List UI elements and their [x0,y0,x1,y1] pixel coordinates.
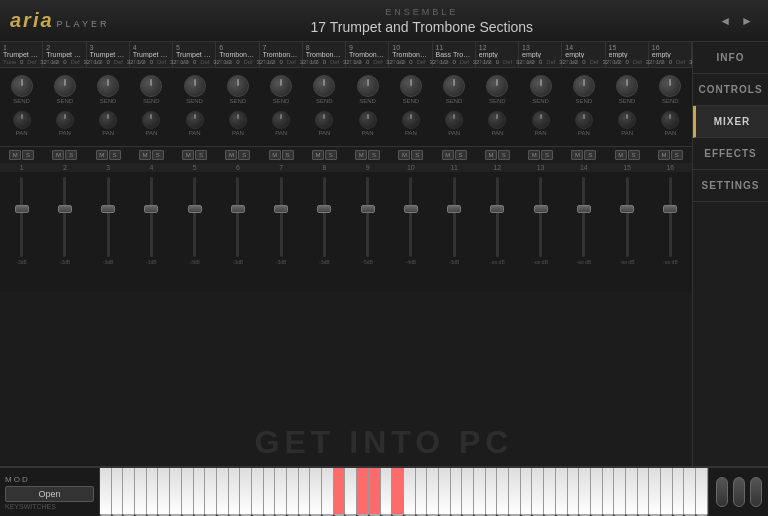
white-key-27[interactable] [416,468,428,516]
fader-track-14[interactable] [582,177,585,257]
solo-btn-15[interactable]: S [628,150,640,160]
send-knob-1[interactable] [11,75,33,97]
fader-handle-11[interactable] [447,205,461,213]
fader-handle-1[interactable] [15,205,29,213]
fader-track-16[interactable] [669,177,672,257]
white-key-30[interactable] [451,468,463,516]
fader-track-13[interactable] [539,177,542,257]
white-key-51[interactable] [696,468,708,516]
fader-track-11[interactable] [453,177,456,257]
fader-handle-15[interactable] [620,205,634,213]
piano-keys[interactable] [100,468,708,516]
white-key-38[interactable] [544,468,556,516]
fader-track-9[interactable] [366,177,369,257]
white-key-4[interactable] [147,468,159,516]
white-key-45[interactable] [626,468,638,516]
send-knob-5[interactable] [184,75,206,97]
fader-track-15[interactable] [626,177,629,257]
send-knob-8[interactable] [313,75,335,97]
pan-knob-8[interactable] [315,111,333,129]
pan-knob-6[interactable] [229,111,247,129]
fader-handle-7[interactable] [274,205,288,213]
mute-btn-10[interactable]: M [398,150,410,160]
solo-btn-16[interactable]: S [671,150,683,160]
pan-knob-10[interactable] [402,111,420,129]
white-key-40[interactable] [568,468,580,516]
white-key-6[interactable] [170,468,182,516]
white-key-21[interactable] [345,468,357,516]
white-key-39[interactable] [556,468,568,516]
pan-knob-13[interactable] [532,111,550,129]
fader-track-10[interactable] [409,177,412,257]
mute-btn-16[interactable]: M [658,150,670,160]
pan-knob-14[interactable] [575,111,593,129]
white-key-5[interactable] [158,468,170,516]
solo-btn-4[interactable]: S [152,150,164,160]
fader-handle-3[interactable] [101,205,115,213]
pan-knob-4[interactable] [142,111,160,129]
white-key-15[interactable] [275,468,287,516]
solo-btn-1[interactable]: S [22,150,34,160]
white-key-0[interactable] [100,468,112,516]
fader-handle-2[interactable] [58,205,72,213]
solo-btn-2[interactable]: S [65,150,77,160]
mute-btn-1[interactable]: M [9,150,21,160]
fader-handle-5[interactable] [188,205,202,213]
white-key-32[interactable] [474,468,486,516]
white-key-41[interactable] [579,468,591,516]
pan-knob-1[interactable] [13,111,31,129]
pan-knob-16[interactable] [661,111,679,129]
send-knob-12[interactable] [486,75,508,97]
white-key-26[interactable] [404,468,416,516]
white-key-2[interactable] [123,468,135,516]
fader-handle-10[interactable] [404,205,418,213]
pan-knob-2[interactable] [56,111,74,129]
send-knob-6[interactable] [227,75,249,97]
send-knob-9[interactable] [357,75,379,97]
white-key-9[interactable] [205,468,217,516]
fader-handle-13[interactable] [534,205,548,213]
fader-handle-4[interactable] [144,205,158,213]
fader-handle-8[interactable] [317,205,331,213]
fader-handle-9[interactable] [361,205,375,213]
pan-knob-11[interactable] [445,111,463,129]
white-key-1[interactable] [112,468,124,516]
white-key-47[interactable] [649,468,661,516]
send-knob-3[interactable] [97,75,119,97]
mute-btn-11[interactable]: M [442,150,454,160]
solo-btn-11[interactable]: S [455,150,467,160]
next-arrow[interactable]: ► [736,12,758,30]
fader-track-6[interactable] [236,177,239,257]
white-key-3[interactable] [135,468,147,516]
pan-knob-7[interactable] [272,111,290,129]
solo-btn-13[interactable]: S [541,150,553,160]
fader-handle-6[interactable] [231,205,245,213]
white-key-36[interactable] [521,468,533,516]
white-key-14[interactable] [264,468,276,516]
solo-btn-6[interactable]: S [238,150,250,160]
mute-btn-13[interactable]: M [528,150,540,160]
white-key-48[interactable] [661,468,673,516]
solo-btn-8[interactable]: S [325,150,337,160]
white-key-22[interactable] [357,468,369,516]
solo-btn-3[interactable]: S [109,150,121,160]
send-knob-14[interactable] [573,75,595,97]
solo-btn-7[interactable]: S [282,150,294,160]
white-key-31[interactable] [462,468,474,516]
sidebar-btn-controls[interactable]: CONTROLS [693,74,768,106]
pan-knob-5[interactable] [186,111,204,129]
white-key-43[interactable] [603,468,615,516]
fader-track-2[interactable] [63,177,66,257]
white-key-24[interactable] [381,468,393,516]
white-key-33[interactable] [486,468,498,516]
sidebar-btn-settings[interactable]: SETTINGS [693,170,768,202]
send-knob-10[interactable] [400,75,422,97]
mute-btn-4[interactable]: M [139,150,151,160]
fader-track-12[interactable] [496,177,499,257]
solo-btn-14[interactable]: S [584,150,596,160]
white-key-25[interactable] [392,468,404,516]
send-knob-7[interactable] [270,75,292,97]
fader-track-7[interactable] [280,177,283,257]
fader-handle-16[interactable] [663,205,677,213]
white-key-29[interactable] [439,468,451,516]
